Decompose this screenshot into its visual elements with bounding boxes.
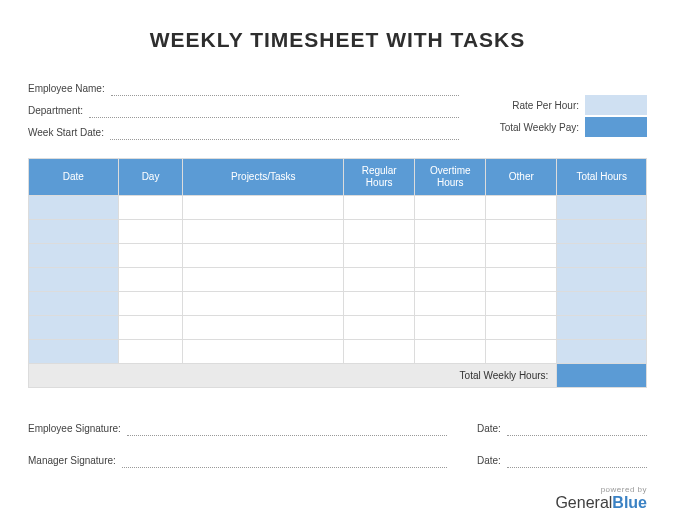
table-cell [486,316,557,340]
sig-left: Employee Signature: Manager Signature: [28,414,447,478]
department-label: Department: [28,105,89,118]
week-start-line [110,126,459,140]
table-row [29,268,647,292]
table-cell [29,268,119,292]
sig-right: Date: Date: [477,414,647,478]
right-fields: Rate Per Hour: Total Weekly Pay: [479,94,647,140]
manager-signature-row: Manager Signature: [28,446,447,468]
table-cell [557,340,647,364]
total-weekly-pay-row: Total Weekly Pay: [479,116,647,138]
table-cell [415,292,486,316]
table-cell [415,340,486,364]
table-cell [486,244,557,268]
rate-per-hour-row: Rate Per Hour: [479,94,647,116]
header-other: Other [486,159,557,196]
table-cell [344,268,415,292]
table-cell [415,268,486,292]
table-row [29,316,647,340]
header-regular: Regular Hours [344,159,415,196]
footer-powered: powered by [555,485,647,494]
department-line [89,104,459,118]
table-row [29,196,647,220]
left-fields: Employee Name: Department: Week Start Da… [28,74,459,140]
employee-signature-row: Employee Signature: [28,414,447,436]
table-cell [344,292,415,316]
employee-date-row: Date: [477,414,647,436]
table-body [29,196,647,364]
employee-signature-label: Employee Signature: [28,423,127,436]
table-cell [183,268,344,292]
table-cell [344,316,415,340]
table-cell [118,340,183,364]
header-day: Day [118,159,183,196]
totals-row: Total Weekly Hours: [29,364,647,388]
table-cell [183,292,344,316]
table-cell [118,316,183,340]
table-cell [183,340,344,364]
manager-date-row: Date: [477,446,647,468]
table-cell [557,268,647,292]
top-fields: Employee Name: Department: Week Start Da… [28,74,647,140]
table-cell [118,268,183,292]
totals-label: Total Weekly Hours: [29,364,557,388]
rate-per-hour-box [585,95,647,115]
table-cell [29,220,119,244]
week-start-row: Week Start Date: [28,118,459,140]
table-row [29,292,647,316]
header-total: Total Hours [557,159,647,196]
table-cell [415,196,486,220]
signatures: Employee Signature: Manager Signature: D… [28,414,647,478]
week-start-label: Week Start Date: [28,127,110,140]
table-cell [29,340,119,364]
table-cell [29,244,119,268]
table-cell [344,220,415,244]
table-cell [557,220,647,244]
table-cell [415,220,486,244]
table-cell [486,220,557,244]
table-row [29,244,647,268]
table-cell [183,244,344,268]
table-cell [415,244,486,268]
table-cell [118,244,183,268]
total-weekly-pay-label: Total Weekly Pay: [500,122,585,133]
rate-per-hour-label: Rate Per Hour: [512,100,585,111]
table-cell [183,196,344,220]
table-cell [415,316,486,340]
brand-blue: Blue [612,494,647,511]
employee-name-row: Employee Name: [28,74,459,96]
table-cell [183,316,344,340]
table-row [29,340,647,364]
employee-signature-line [127,422,447,436]
table-cell [118,292,183,316]
table-cell [557,292,647,316]
table-row [29,220,647,244]
totals-value [557,364,647,388]
table-cell [557,316,647,340]
table-cell [29,292,119,316]
total-weekly-pay-box [585,117,647,137]
timesheet-table: Date Day Projects/Tasks Regular Hours Ov… [28,158,647,388]
table-cell [29,316,119,340]
table-cell [183,220,344,244]
footer-brand: GeneralBlue [555,494,647,512]
employee-date-line [507,422,647,436]
table-cell [344,244,415,268]
table-cell [486,292,557,316]
header-projects: Projects/Tasks [183,159,344,196]
brand-general: General [555,494,612,511]
employee-date-label: Date: [477,423,507,436]
manager-signature-label: Manager Signature: [28,455,122,468]
page-title: WEEKLY TIMESHEET WITH TASKS [28,28,647,52]
manager-date-line [507,454,647,468]
manager-signature-line [122,454,447,468]
table-cell [29,196,119,220]
table-cell [118,220,183,244]
table-cell [486,268,557,292]
employee-name-line [111,82,459,96]
footer: powered by GeneralBlue [555,485,647,512]
header-date: Date [29,159,119,196]
header-overtime: Overtime Hours [415,159,486,196]
table-cell [118,196,183,220]
table-cell [486,340,557,364]
employee-name-label: Employee Name: [28,83,111,96]
